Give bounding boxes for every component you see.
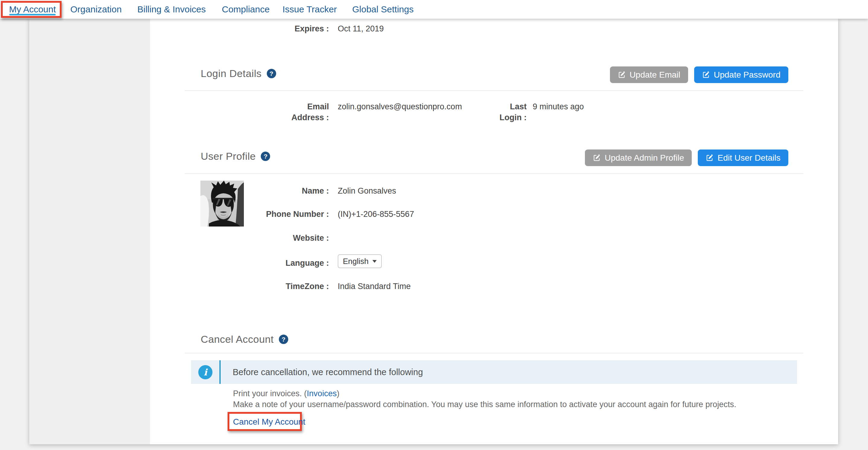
cancel-my-account-link[interactable]: Cancel My Account [229, 414, 300, 427]
section-divider [185, 353, 803, 353]
cancellation-info-box: i Before cancellation, we recommend the … [191, 360, 797, 384]
help-icon[interactable]: ? [267, 69, 276, 78]
info-divider [219, 360, 221, 384]
section-title: Login Details [201, 68, 262, 80]
expires-label: Expires : [29, 23, 329, 34]
username-tip-line: Make a note of your username/password co… [233, 399, 736, 410]
invoices-tip-line: Print your invoices. (Invoices) [233, 388, 736, 399]
help-icon[interactable]: ? [261, 152, 270, 161]
tab-global-settings[interactable]: Global Settings [352, 0, 413, 19]
cancel-account-heading: Cancel Account ? [201, 333, 288, 345]
button-label: Edit User Details [717, 153, 780, 163]
section-title: User Profile [201, 150, 256, 162]
button-label: Update Email [629, 70, 680, 80]
edit-icon [593, 154, 600, 162]
annotation-box-my-account [1, 1, 62, 18]
phone-value: (IN)+1-206-855-5567 [338, 209, 414, 219]
section-title: Cancel Account [201, 333, 274, 345]
edit-icon [618, 71, 626, 79]
user-profile-actions: Update Admin Profile Edit User Details [585, 150, 788, 166]
language-label: Language : [29, 258, 329, 269]
timezone-value: India Standard Time [338, 281, 411, 292]
info-heading: Before cancellation, we recommend the fo… [233, 367, 423, 377]
update-admin-profile-button[interactable]: Update Admin Profile [585, 150, 692, 166]
edit-icon [702, 71, 710, 79]
website-label: Website : [29, 233, 329, 243]
tab-issue-tracker[interactable]: Issue Tracker [282, 0, 337, 19]
update-password-button[interactable]: Update Password [694, 66, 788, 83]
user-profile-heading: User Profile ? [201, 150, 270, 162]
sidebar [29, 19, 150, 444]
content-card: Expires : Oct 11, 2019 Login Details ? U… [29, 19, 838, 444]
email-address-label: EmailAddress : [29, 101, 329, 123]
invoices-link[interactable]: Invoices [307, 389, 337, 398]
last-login-label: LastLogin : [422, 101, 527, 123]
language-select[interactable]: English [338, 254, 382, 268]
info-icon: i [198, 365, 213, 379]
button-label: Update Admin Profile [604, 153, 684, 163]
chevron-down-icon [372, 260, 377, 263]
tab-organization[interactable]: Organization [70, 0, 122, 19]
settings-page: Expires : Oct 11, 2019 Login Details ? U… [0, 0, 868, 450]
last-login-value: 9 minutes ago [533, 101, 584, 112]
help-icon[interactable]: ? [279, 335, 288, 344]
timezone-label: TimeZone : [29, 281, 329, 292]
section-divider [185, 173, 803, 174]
name-value: Zolin Gonsalves [338, 185, 396, 196]
update-email-button[interactable]: Update Email [610, 66, 688, 83]
edit-icon [706, 154, 713, 162]
tip-text: Print your invoices. ( [233, 389, 307, 398]
language-selected-value: English [343, 257, 369, 266]
section-divider [185, 90, 803, 91]
button-label: Update Password [714, 70, 780, 80]
name-label: Name : [29, 185, 329, 196]
tab-billing-invoices[interactable]: Billing & Invoices [137, 0, 206, 19]
phone-label: Phone Number : [29, 209, 329, 219]
edit-user-details-button[interactable]: Edit User Details [698, 150, 788, 166]
top-nav: My Account Organization Billing & Invoic… [0, 0, 868, 19]
annotation-box-cancel-my-account: Cancel My Account [227, 412, 302, 431]
tip-text: ) [337, 389, 340, 398]
cancellation-tips: Print your invoices. (Invoices) Make a n… [233, 388, 736, 410]
login-details-heading: Login Details ? [201, 68, 276, 80]
login-details-actions: Update Email Update Password [610, 66, 788, 83]
expires-value: Oct 11, 2019 [338, 23, 384, 34]
tab-compliance[interactable]: Compliance [222, 0, 270, 19]
